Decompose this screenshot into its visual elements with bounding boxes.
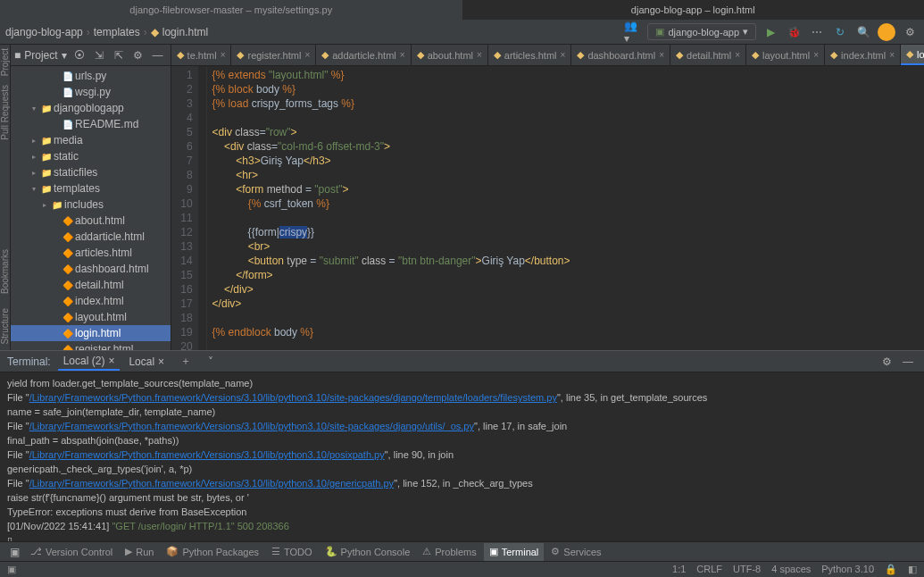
search-icon[interactable]: 🔍	[854, 23, 872, 41]
tree-item[interactable]: 📄README.md	[11, 116, 171, 132]
close-icon[interactable]: ×	[304, 50, 310, 60]
status-square-icon[interactable]: ▣	[7, 564, 16, 575]
new-session-icon[interactable]: ＋	[177, 353, 195, 371]
avatar[interactable]	[878, 23, 895, 41]
close-icon[interactable]: ×	[400, 50, 405, 60]
close-icon[interactable]: ×	[108, 355, 114, 367]
bookmarks-tool-button[interactable]: Bookmarks	[0, 249, 10, 294]
project-tree[interactable]: 📄urls.py📄wsgi.py▾📁djangoblogapp📄README.m…	[11, 66, 171, 350]
close-icon[interactable]: ×	[477, 50, 482, 60]
structure-tool-button[interactable]: Structure	[0, 308, 10, 345]
run-config-select[interactable]: ▣django-blog-app ▾	[647, 23, 756, 40]
editor-tab[interactable]: ◆te.html×	[171, 45, 232, 65]
tool-tab[interactable]: ▶Run	[120, 543, 159, 561]
tree-item[interactable]: 🔶login.html	[11, 325, 171, 341]
tree-item[interactable]: 🔶about.html	[11, 213, 171, 229]
project-tool-button[interactable]: Project	[0, 48, 10, 76]
settings-icon[interactable]: ⚙	[129, 46, 147, 64]
run-icon[interactable]: ▶	[762, 23, 779, 41]
caret-position[interactable]: 1:1	[672, 564, 686, 575]
close-icon[interactable]: ×	[735, 50, 740, 60]
window-tab-1[interactable]: django-filebrowser-master – mysite/setti…	[0, 0, 462, 20]
file-link[interactable]: /Library/Frameworks/Python.framework/Ver…	[29, 449, 385, 460]
project-panel-title[interactable]: ■ Project ▾	[14, 49, 67, 62]
hide-icon[interactable]: —	[149, 46, 167, 64]
dropdown-icon[interactable]: ˅	[202, 353, 220, 371]
navbar: django-blog-app › templates › ◆ login.ht…	[0, 20, 924, 45]
code-content[interactable]: {% extends "layout.html" %} {% block bod…	[207, 66, 924, 350]
close-icon[interactable]: ×	[659, 50, 664, 60]
terminal-tab[interactable]: Local (2) ×	[58, 353, 121, 371]
project-panel: ■ Project ▾ ⦿ ⇲ ⇱ ⚙ — 📄urls.py📄wsgi.py▾📁…	[11, 45, 171, 350]
tree-item[interactable]: ▸📁media	[11, 132, 171, 148]
tool-tab[interactable]: 📦Python Packages	[161, 543, 264, 561]
breadcrumb-item[interactable]: templates	[94, 26, 140, 38]
tool-tab[interactable]: ▣Terminal	[484, 543, 545, 561]
editor-tab[interactable]: ◆about.html×	[412, 45, 488, 65]
line-separator[interactable]: CRLF	[696, 564, 722, 575]
editor-tab[interactable]: ◆addarticle.html×	[316, 45, 411, 65]
expand-all-icon[interactable]: ⇲	[90, 46, 108, 64]
file-link[interactable]: /Library/Frameworks/Python.framework/Ver…	[29, 478, 394, 489]
close-icon[interactable]: ×	[561, 50, 566, 60]
terminal-tab[interactable]: Local ×	[123, 353, 170, 371]
breadcrumb-file[interactable]: login.html	[162, 26, 208, 38]
tree-item[interactable]: 📄urls.py	[11, 68, 171, 84]
tree-item[interactable]: ▸📁staticfiles	[11, 164, 171, 180]
stop-icon[interactable]: ↻	[831, 23, 849, 41]
gear-icon[interactable]: ⚙	[901, 23, 919, 41]
editor-tab[interactable]: ◆dashboard.html×	[571, 45, 670, 65]
window-tab-2[interactable]: django-blog-app – login.html	[462, 0, 925, 20]
tool-tab[interactable]: ☰TODO	[266, 543, 318, 561]
debug-icon[interactable]: 🐞	[785, 23, 803, 41]
indent-setting[interactable]: 4 spaces	[771, 564, 811, 575]
breadcrumb-root[interactable]: django-blog-app	[5, 26, 83, 38]
close-icon[interactable]: ×	[221, 50, 226, 60]
lock-icon[interactable]: 🔒	[885, 564, 897, 575]
tool-tab[interactable]: ⚙Services	[545, 543, 606, 561]
close-icon[interactable]: ×	[889, 50, 895, 60]
titlebar: django-filebrowser-master – mysite/setti…	[0, 0, 924, 20]
tree-item[interactable]: ▾📁djangoblogapp	[11, 100, 171, 116]
tree-item[interactable]: ▾📁templates	[11, 180, 171, 197]
tree-item[interactable]: ▸📁includes	[11, 197, 171, 213]
tree-item[interactable]: 🔶detail.html	[11, 277, 171, 293]
chevron-right-icon: ›	[144, 26, 147, 38]
select-opened-file-icon[interactable]: ⦿	[71, 46, 88, 64]
close-icon[interactable]: ×	[813, 50, 819, 60]
users-icon[interactable]: 👥▾	[624, 23, 642, 41]
editor-tab[interactable]: ◆login.html×	[901, 45, 924, 65]
tree-item[interactable]: 🔶register.html	[11, 341, 171, 350]
editor-body[interactable]: 1234567891011121314151617181920 {% exten…	[171, 66, 924, 350]
pull-requests-tool-button[interactable]: Pull Requests	[0, 85, 10, 140]
editor-tab[interactable]: ◆articles.html×	[488, 45, 572, 65]
collapse-all-icon[interactable]: ⇱	[110, 46, 128, 64]
file-link[interactable]: /Library/Frameworks/Python.framework/Ver…	[29, 392, 557, 403]
tree-item[interactable]: 🔶addarticle.html	[11, 229, 171, 245]
terminal-output[interactable]: yield from loader.get_template_sources(t…	[0, 372, 924, 541]
terminal-hide-icon[interactable]: —	[899, 353, 917, 371]
tree-item[interactable]: 🔶index.html	[11, 293, 171, 309]
editor-tab[interactable]: ◆index.html×	[825, 45, 901, 65]
editor-tab[interactable]: ◆register.html×	[231, 45, 316, 65]
tree-item[interactable]: 📄wsgi.py	[11, 84, 171, 100]
tree-item[interactable]: 🔶articles.html	[11, 245, 171, 261]
python-interpreter[interactable]: Python 3.10	[821, 564, 874, 575]
tree-item[interactable]: ▸📁static	[11, 148, 171, 164]
editor-tab[interactable]: ◆layout.html×	[746, 45, 825, 65]
tree-item[interactable]: 🔶layout.html	[11, 309, 171, 325]
file-encoding[interactable]: UTF-8	[733, 564, 761, 575]
terminal-settings-icon[interactable]: ⚙	[878, 353, 895, 371]
tool-window-square-icon[interactable]: ▣	[5, 543, 23, 561]
file-link[interactable]: /Library/Frameworks/Python.framework/Ver…	[29, 421, 474, 431]
tool-tab[interactable]: 🐍Python Console	[320, 543, 416, 561]
status-widget-icon[interactable]: ◧	[908, 564, 917, 575]
terminal-cursor: ▯	[7, 533, 917, 541]
more-run-icon[interactable]: ⋯	[808, 23, 826, 41]
tool-tab[interactable]: ⚠Problems	[417, 543, 481, 561]
editor-tab[interactable]: ◆detail.html×	[670, 45, 746, 65]
breadcrumb: django-blog-app › templates › ◆ login.ht…	[5, 26, 208, 38]
tool-tab[interactable]: ⎇Version Control	[25, 543, 118, 561]
close-icon[interactable]: ×	[158, 355, 164, 368]
tree-item[interactable]: 🔶dashboard.html	[11, 261, 171, 277]
